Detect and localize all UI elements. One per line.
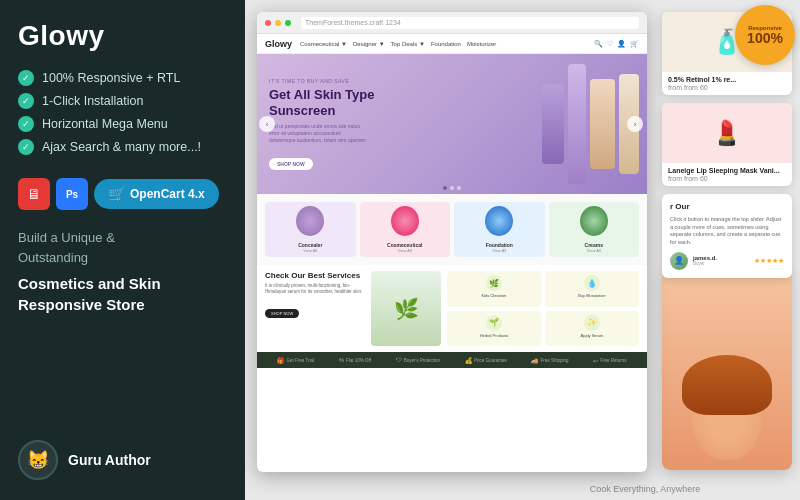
- category-img-3: [485, 206, 513, 236]
- category-count-3: View All: [492, 248, 506, 253]
- category-card-2[interactable]: Cosmeceutical View All: [360, 202, 451, 257]
- hero-desc: Sed ut perspiciatis unde omnis iste natu…: [269, 123, 369, 144]
- nav-item-2[interactable]: Designer ▼: [353, 41, 385, 47]
- footer-icon-6: ↩: [593, 357, 598, 364]
- hero-next-arrow[interactable]: ›: [627, 116, 643, 132]
- category-count-4: View All: [587, 248, 601, 253]
- service-icon-3: 🌱: [486, 315, 502, 331]
- services-shop-button[interactable]: SHOP NOW: [265, 309, 299, 318]
- heart-icon[interactable]: ♡: [607, 40, 613, 48]
- product-price-2: from from 60: [662, 175, 792, 186]
- services-left: Check Our Best Services It is clinically…: [265, 271, 365, 346]
- category-card-3[interactable]: Foundation View All: [454, 202, 545, 257]
- footer-label-3: Buyer's Protection: [404, 358, 440, 363]
- service-card-3: 🌱 Herbal Products: [447, 311, 541, 347]
- build-text: Build a Unique &Outstanding: [18, 228, 227, 267]
- responsive-badge: Responsive 100%: [735, 5, 795, 65]
- review-text: Click it button to manage the top slider…: [670, 216, 784, 247]
- footer-icon-3: 🛡: [396, 357, 402, 363]
- model-photo: [662, 270, 792, 470]
- product-price-1: from from 60: [662, 84, 792, 95]
- category-section: Concealer View All Cosmeceutical View Al…: [257, 194, 647, 265]
- nav-item-3[interactable]: Top Deals ▼: [391, 41, 425, 47]
- bottom-text: Cook Everything, Anywhere: [490, 484, 800, 494]
- browser-mockup: ThemForest.themes.craft 1234 Glowy Cosme…: [257, 12, 647, 472]
- brand-title: Glowy: [18, 20, 227, 52]
- product-name-2: Laneige Lip Sleeping Mask Vani...: [662, 163, 792, 175]
- service-label-2: Buy Moisturiser: [578, 293, 606, 298]
- author-avatar: 😸: [18, 440, 58, 480]
- reviewer-avatar: 👤: [670, 252, 688, 270]
- footer-label-5: Free Shipping: [540, 358, 568, 363]
- hero-product-3: [590, 79, 615, 169]
- feature-item-4: ✓ Ajax Search & many more...!: [18, 139, 227, 155]
- opencart-button[interactable]: 🛒 OpenCart 4.x: [94, 179, 219, 209]
- reviewer: 👤 james.d. Buyer ★★★★★: [670, 252, 784, 270]
- service-icon-1: 🌿: [486, 275, 502, 291]
- browser-dot-yellow: [275, 20, 281, 26]
- feature-label-1: 100% Responsive + RTL: [42, 71, 180, 85]
- service-card-1: 🌿 Kids Cleanser: [447, 271, 541, 307]
- monitor-icon-badge: 🖥: [18, 178, 50, 210]
- hero-dot-3: [457, 186, 461, 190]
- nav-icons: 🔍 ♡ 👤 🛒: [594, 40, 639, 48]
- hero-title: Get All Skin TypeSunscreen: [269, 87, 374, 118]
- hero-shop-button[interactable]: SHOP NOW: [269, 158, 313, 170]
- account-icon[interactable]: 👤: [617, 40, 626, 48]
- footer-icon-5: 🚚: [531, 357, 538, 364]
- service-icon-2: 💧: [584, 275, 600, 291]
- hero-text: IT'S TIME TO BUY AND SAVE Get All Skin T…: [269, 78, 374, 170]
- service-card-4: ✨ Apply Serum: [545, 311, 639, 347]
- footer-label-2: Flat 10% Off: [346, 358, 371, 363]
- service-label-3: Herbal Products: [480, 333, 509, 338]
- feature-item-2: ✓ 1-Click Installation: [18, 93, 227, 109]
- nav-item-4[interactable]: Foundation: [431, 41, 461, 47]
- product-card-2[interactable]: 💄 Laneige Lip Sleeping Mask Vani... from…: [662, 103, 792, 186]
- nav-item-1[interactable]: Cosmeceutical ▼: [300, 41, 347, 47]
- category-card-1[interactable]: Concealer View All: [265, 202, 356, 257]
- service-icon-4: ✨: [584, 315, 600, 331]
- opencart-label: OpenCart 4.x: [130, 187, 205, 201]
- footer-item-5: 🚚 Free Shipping: [531, 357, 568, 364]
- main-preview: Responsive 100% ThemForest.themes.craft …: [245, 0, 800, 500]
- services-desc: It is clinically proven, multi-functioni…: [265, 283, 365, 296]
- feature-label-2: 1-Click Installation: [42, 94, 143, 108]
- store-nav: Glowy Cosmeceutical ▼ Designer ▼ Top Dea…: [257, 34, 647, 54]
- services-title: Check Our Best Services: [265, 271, 365, 280]
- feature-label-3: Horizontal Mega Menu: [42, 117, 168, 131]
- category-count-1: View All: [303, 248, 317, 253]
- hero-dot-1: [443, 186, 447, 190]
- footer-item-1: 🎁 Get Free Trial: [277, 357, 314, 364]
- browser-dot-green: [285, 20, 291, 26]
- hero-product-1: [542, 84, 564, 164]
- check-icon-2: ✓: [18, 93, 34, 109]
- store-logo: Glowy: [265, 39, 292, 49]
- store-title: Cosmetics and Skin Responsive Store: [18, 273, 227, 315]
- feature-label-4: Ajax Search & many more...!: [42, 140, 201, 154]
- category-img-4: [580, 206, 608, 236]
- hero-prev-arrow[interactable]: ‹: [259, 116, 275, 132]
- category-img-2: [391, 206, 419, 236]
- cart-nav-icon[interactable]: 🛒: [630, 40, 639, 48]
- footer-item-4: 💰 Price Guarantee: [465, 357, 507, 364]
- nav-item-5[interactable]: Moisturizer: [467, 41, 496, 47]
- footer-label-1: Get Free Trial: [286, 358, 314, 363]
- model-face: [692, 370, 762, 460]
- footer-item-3: 🛡 Buyer's Protection: [396, 357, 440, 363]
- search-icon[interactable]: 🔍: [594, 40, 603, 48]
- author-bar: 😸 Guru Author: [18, 440, 227, 480]
- service-card-2: 💧 Buy Moisturiser: [545, 271, 639, 307]
- services-icons: 🌿 Kids Cleanser 💧 Buy Moisturiser 🌱 Herb…: [447, 271, 639, 346]
- footer-icon-4: 💰: [465, 357, 472, 364]
- category-img-1: [296, 206, 324, 236]
- service-label-1: Kids Cleanser: [482, 293, 507, 298]
- nav-items: Cosmeceutical ▼ Designer ▼ Top Deals ▼ F…: [300, 41, 586, 47]
- hero-banner: IT'S TIME TO BUY AND SAVE Get All Skin T…: [257, 54, 647, 194]
- hero-product-2: [568, 64, 586, 184]
- category-card-4[interactable]: Creams View All: [549, 202, 640, 257]
- sidebar: Glowy ✓ 100% Responsive + RTL ✓ 1-Click …: [0, 0, 245, 500]
- category-count-2: View All: [398, 248, 412, 253]
- model-hair: [682, 355, 772, 415]
- browser-bar: ThemForest.themes.craft 1234: [257, 12, 647, 34]
- footer-icon-2: %: [339, 357, 344, 363]
